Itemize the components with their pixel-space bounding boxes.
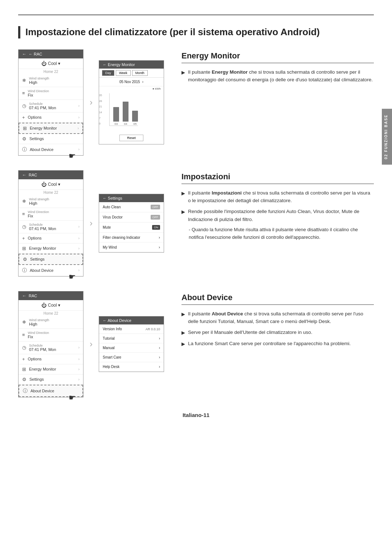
home-label-2: Home 22 <box>19 190 83 195</box>
section-impostazioni: ← RAC ⏻ Cool ▾ Home 22 ❄ Wind strength H… <box>18 170 374 277</box>
section-title-impostazioni: Impostazioni <box>181 172 374 184</box>
wind-direction-item-1: ≡ Wind Direction Fix <box>19 87 83 100</box>
filter-chevron: › <box>159 235 160 240</box>
bullet-text-i2: Rende possibile l'impostazione delle fun… <box>188 208 374 223</box>
rac-screen-1: ← ← RAC ⏻ Cool ▾ Home 22 ❄ Wind strength… <box>18 49 83 156</box>
page-wrapper: Impostazione del climatizzatore (per il … <box>0 0 392 440</box>
screens-area-1: ← ← RAC ⏻ Cool ▾ Home 22 ❄ Wind strength… <box>18 49 171 156</box>
options-item-2[interactable]: + Options › <box>19 233 83 244</box>
mute-toggle[interactable]: ON <box>152 225 160 230</box>
settings-item-2[interactable]: ⚙ Settings <box>19 254 83 265</box>
cursor-hand-3: ☛ <box>69 393 76 402</box>
date-label: 05 Nov 2015 <box>119 80 140 84</box>
rac-screen-3: ← RAC ⏻ Cool ▾ Home 22 ❄ Wind strength H… <box>18 291 83 397</box>
direction-icon-2: ≡ <box>22 211 25 217</box>
tab-month[interactable]: Month <box>132 70 148 76</box>
bar-03-rect <box>113 107 119 122</box>
energy-monitor-item-1[interactable]: ⊞ Energy Monitor › <box>19 123 83 134</box>
direction-icon-3: ≡ <box>22 332 25 338</box>
bar-03: 03 <box>113 107 119 126</box>
chart-bars: 03 04 05 <box>109 93 138 126</box>
y-label-28: 28 <box>99 100 102 102</box>
y-label-35: 35 <box>99 94 102 97</box>
y-label-21: 21 <box>99 105 102 108</box>
schedule-item-3: ◷ Schedule 07:41 PM, Mon › <box>19 342 83 354</box>
chevron-options-1: › <box>78 115 79 119</box>
about-smartcare[interactable]: Smart Care › <box>99 353 164 362</box>
arrow-right-2: › <box>88 218 94 228</box>
tab-row: Day Week Month <box>99 69 164 78</box>
description-about: About Device ▶ Il pulsante About Device … <box>181 291 374 351</box>
chevron-energy-3: › <box>78 367 79 371</box>
reset-button[interactable]: Reset <box>119 135 143 141</box>
settings-auto-clean: Auto Clean OFF <box>99 202 164 212</box>
section-about-device: ← RAC ⏻ Cool ▾ Home 22 ❄ Wind strength H… <box>18 291 374 397</box>
energy-monitor-item-2[interactable]: ⊞ Energy Monitor › <box>19 244 83 254</box>
auto-clean-toggle[interactable]: OFF <box>151 205 160 209</box>
wind-direction-val-2: Fix <box>28 214 49 218</box>
settings-label-3: Settings <box>29 377 44 381</box>
wind-icon-1: ❄ <box>22 78 26 83</box>
bullet-text-i1: Il pulsante Impostazioni che si trova su… <box>188 189 374 205</box>
wind-strength-val-1: High <box>29 80 49 85</box>
about-tutorial[interactable]: Tutorial › <box>99 334 164 343</box>
bullet-about-1: ▶ Il pulsante About Device che si trova … <box>181 310 374 326</box>
about-screen: ← About Device Version Info AR 0.0.10 Tu… <box>99 316 164 372</box>
tab-week[interactable]: Week <box>116 70 131 76</box>
about-manual[interactable]: Manual › <box>99 343 164 353</box>
energy-monitor-item-3[interactable]: ⊞ Energy Monitor › <box>19 364 83 375</box>
wind-strength-item-1: ❄ Wind strength High <box>19 74 83 87</box>
about-icon-2: ⓘ <box>22 267 27 274</box>
chevron-settings-3: › <box>78 377 79 381</box>
y-label-14: 14 <box>99 111 102 114</box>
options-item-1[interactable]: + Options › <box>19 113 83 123</box>
wind-direction-val-3: Fix <box>28 335 49 339</box>
chevron-energy-1: › <box>78 126 79 130</box>
energy-screen-header: ← Energy Monitor <box>99 61 164 69</box>
bullet-imp-2: ▶ Rende possibile l'impostazione delle f… <box>181 208 374 223</box>
virus-doctor-toggle[interactable]: OFF <box>151 215 160 220</box>
mywind-chevron: › <box>159 245 160 249</box>
sidebar-label: 02 FUNZIONI BASE <box>382 109 392 165</box>
bar-05-label: 05 <box>134 122 137 126</box>
arrow-right-3: › <box>88 339 94 349</box>
options-item-3[interactable]: + Options › <box>19 354 83 364</box>
manual-label: Manual <box>103 346 157 350</box>
wind-strength-item-3: ❄ Wind strength High <box>19 316 83 329</box>
mode-bar-3: ⏻ Cool ▾ <box>19 300 83 311</box>
cursor-hand-1: ☛ <box>69 151 76 161</box>
energy-icon-2: ⊞ <box>22 246 26 251</box>
chevron-energy-2: › <box>78 246 79 250</box>
schedule-item-2: ◷ Schedule 07:41 PM, Mon › <box>19 221 83 233</box>
home-label-3: Home 22 <box>19 311 83 316</box>
bullet-arrow-a2: ▶ <box>181 329 185 337</box>
wind-strength-label-2: Wind strength <box>29 197 49 201</box>
settings-filter[interactable]: Filter cleaning Indicator › <box>99 233 164 242</box>
bullet-about-2: ▶ Serve per il Manuale dell'Utente del c… <box>181 328 374 337</box>
sub-bullet-imp-1: - Quando la funzione Mute risulta attiva… <box>181 226 374 241</box>
energy-icon-1: ⊞ <box>23 126 27 131</box>
bar-05: 05 <box>132 111 138 126</box>
power-icon-1: ⏻ <box>41 61 46 66</box>
back-arrow-2: ← <box>22 172 26 177</box>
description-energy: Energy Monitor ▶ Il pulsante Energy Moni… <box>181 49 374 87</box>
options-icon-2: + <box>22 236 25 241</box>
energy-monitor-label-3: Energy Monitor <box>29 367 56 371</box>
settings-item-3[interactable]: ⚙ Settings › <box>19 375 83 385</box>
chevron-options-3: › <box>78 357 79 361</box>
bullet-arrow-e1: ▶ <box>181 69 185 77</box>
page-title: Impostazione del climatizzatore (per il … <box>18 26 374 38</box>
energy-monitor-label-2: Energy Monitor <box>29 246 56 250</box>
settings-item-1[interactable]: ⚙ Settings <box>19 134 83 144</box>
settings-mywind[interactable]: My Wind › <box>99 242 164 252</box>
about-icon-1: ⓘ <box>22 146 27 153</box>
section-energy-monitor: ← ← RAC ⏻ Cool ▾ Home 22 ❄ Wind strength… <box>18 49 374 156</box>
home-label-1: Home 22 <box>19 69 83 74</box>
about-helpdesk[interactable]: Help Desk › <box>99 362 164 372</box>
chevron-schedule-1: › <box>78 104 79 108</box>
top-border <box>18 15 374 15</box>
settings-label-1: Settings <box>29 136 44 141</box>
rac-label-1: ← RAC <box>29 52 42 56</box>
tab-day[interactable]: Day <box>102 70 114 76</box>
y-label-0: 0 <box>99 122 102 125</box>
